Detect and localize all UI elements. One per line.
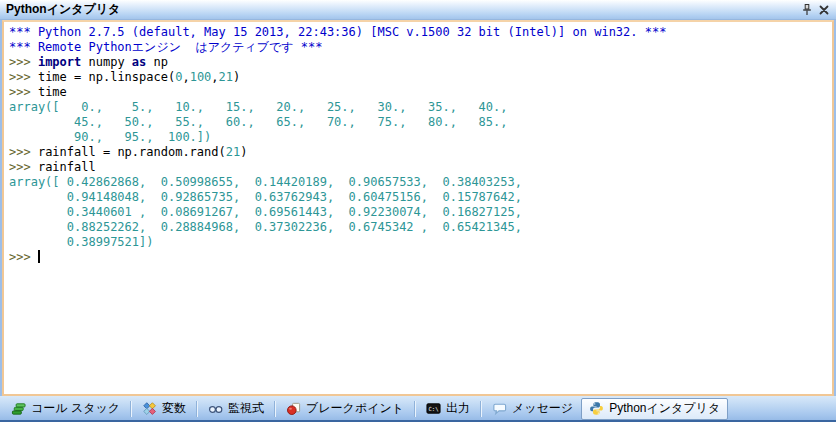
- tab-label: 監視式: [228, 400, 264, 417]
- bottom-tabbar: コール スタック 変数 監視式 ブレークポイント C:\ 出力 メッセージ Py…: [0, 396, 836, 422]
- call-stack-icon: [11, 401, 26, 416]
- console-text-code: numpy: [81, 55, 132, 69]
- tab-separator: [480, 401, 482, 417]
- console-text-output: 0.94148048, 0.92865735, 0.63762943, 0.60…: [9, 190, 522, 204]
- console-text-code: time: [38, 85, 67, 99]
- console-line: 0.88252262, 0.28884968, 0.37302236, 0.67…: [9, 220, 832, 235]
- console-text-prompt: >>>: [9, 70, 38, 84]
- tab-label: コール スタック: [31, 400, 120, 417]
- python-icon: [589, 401, 604, 416]
- console-line: array([ 0.42862868, 0.50998655, 0.144201…: [9, 175, 832, 190]
- console-text-number: 21: [226, 145, 240, 159]
- console-output: *** Python 2.7.5 (default, May 15 2013, …: [4, 22, 832, 265]
- console-text-output: 90., 95., 100.]): [9, 130, 211, 144]
- console-text-code: ,: [182, 70, 189, 84]
- console-line: 0.38997521]): [9, 235, 832, 250]
- console-text-code: np: [146, 55, 168, 69]
- console-text-output: array([ 0., 5., 10., 15., 20., 25., 30.,…: [9, 100, 508, 114]
- console-text-output: 45., 50., 55., 60., 65., 70., 75., 80., …: [9, 115, 508, 129]
- console-text-output: 0.88252262, 0.28884968, 0.37302236, 0.67…: [9, 220, 522, 234]
- panel-titlebar: Pythonインタプリタ: [0, 0, 836, 20]
- tab-breakpoint[interactable]: ブレークポイント: [278, 398, 412, 420]
- console-text-code: ,: [211, 70, 218, 84]
- tab-watch[interactable]: 監視式: [200, 398, 272, 420]
- messages-icon: [492, 401, 507, 416]
- console-text-code: time = np.linspace(: [38, 70, 175, 84]
- console-line: >>> time: [9, 85, 832, 100]
- console-text-keyword: as: [132, 55, 146, 69]
- tab-label: Pythonインタプリタ: [609, 400, 720, 417]
- text-cursor: [38, 250, 40, 263]
- console-text-keyword: import: [38, 55, 81, 69]
- pin-icon[interactable]: [798, 2, 815, 18]
- console-text-code: rainfall = np.random.rand(: [38, 145, 226, 159]
- breakpoint-icon: [286, 401, 301, 416]
- console-line: >>> rainfall = np.random.rand(21): [9, 145, 832, 160]
- console-line: >>> import numpy as np: [9, 55, 832, 70]
- console-line: 0.94148048, 0.92865735, 0.63762943, 0.60…: [9, 190, 832, 205]
- close-icon[interactable]: [815, 2, 832, 18]
- tab-separator: [414, 401, 416, 417]
- console-text-output: 0.38997521]): [9, 235, 154, 249]
- console-text-prompt: >>>: [9, 145, 38, 159]
- output-icon: C:\: [426, 401, 441, 416]
- tab-output[interactable]: C:\ 出力: [418, 398, 478, 420]
- python-interpreter-panel: Pythonインタプリタ *** Python 2.7.5 (default, …: [0, 0, 836, 422]
- console-line: array([ 0., 5., 10., 15., 20., 25., 30.,…: [9, 100, 832, 115]
- console-text-number: 100: [190, 70, 212, 84]
- tab-separator: [130, 401, 132, 417]
- tab-variables[interactable]: 変数: [134, 398, 194, 420]
- tab-separator: [196, 401, 198, 417]
- tab-separator: [274, 401, 276, 417]
- console-text-banner: *** Python 2.7.5 (default, May 15 2013, …: [9, 25, 666, 39]
- console-text-code: rainfall: [38, 160, 96, 174]
- console-text-prompt: >>>: [9, 85, 38, 99]
- console-line: >>>: [9, 250, 832, 265]
- console-line: *** Remote Pythonエンジン はアクティブです ***: [9, 40, 832, 55]
- tab-messages[interactable]: メッセージ: [484, 398, 581, 420]
- console-text-output: 0.3440601 , 0.08691267, 0.69561443, 0.92…: [9, 205, 522, 219]
- console-text-code: ): [233, 70, 240, 84]
- console-text-output: array([ 0.42862868, 0.50998655, 0.144201…: [9, 175, 522, 189]
- svg-text:C:\: C:\: [428, 406, 438, 412]
- console-line: *** Python 2.7.5 (default, May 15 2013, …: [9, 25, 832, 40]
- console-text-prompt: >>>: [9, 160, 38, 174]
- console-text-number: 21: [219, 70, 233, 84]
- console-panel[interactable]: *** Python 2.7.5 (default, May 15 2013, …: [2, 20, 834, 396]
- console-text-prompt: >>>: [9, 250, 38, 264]
- console-line: >>> rainfall: [9, 160, 832, 175]
- console-line: 0.3440601 , 0.08691267, 0.69561443, 0.92…: [9, 205, 832, 220]
- tab-python[interactable]: Pythonインタプリタ: [581, 398, 728, 420]
- console-text-code: ): [240, 145, 247, 159]
- console-line: 90., 95., 100.]): [9, 130, 832, 145]
- console-line: 45., 50., 55., 60., 65., 70., 75., 80., …: [9, 115, 832, 130]
- tab-label: ブレークポイント: [306, 400, 404, 417]
- console-text-banner: *** Remote Pythonエンジン はアクティブです ***: [9, 40, 323, 54]
- tab-label: 変数: [162, 400, 186, 417]
- tab-label: 出力: [446, 400, 470, 417]
- tab-label: メッセージ: [512, 400, 573, 417]
- variables-icon: [142, 401, 157, 416]
- watch-icon: [208, 401, 223, 416]
- tab-call-stack[interactable]: コール スタック: [3, 398, 128, 420]
- panel-title: Pythonインタプリタ: [6, 0, 798, 19]
- console-line: >>> time = np.linspace(0,100,21): [9, 70, 832, 85]
- console-text-prompt: >>>: [9, 55, 38, 69]
